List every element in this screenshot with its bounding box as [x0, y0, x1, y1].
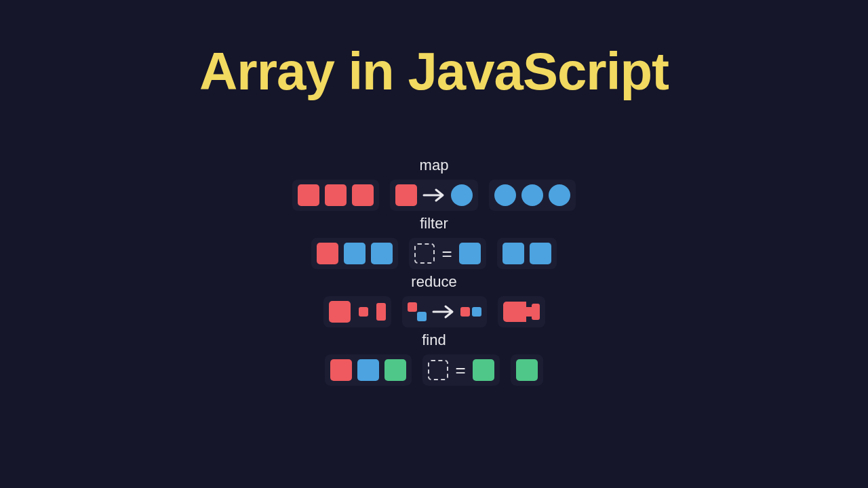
page-title: Array in JavaScript	[0, 0, 868, 102]
reduce-label: reduce	[411, 273, 456, 291]
find-predicate: =	[422, 354, 499, 386]
placeholder-icon	[428, 360, 448, 380]
reduce-transform	[402, 296, 487, 327]
combined-shape-icon	[503, 302, 540, 322]
map-output	[489, 180, 576, 211]
placeholder-icon	[414, 243, 435, 264]
rect-tall-icon	[376, 303, 386, 321]
arrow-right-icon	[432, 304, 455, 320]
square-small-icon	[472, 307, 481, 317]
square-icon	[384, 359, 406, 381]
find-row: =	[325, 354, 542, 386]
find-label: find	[422, 331, 446, 349]
filter-row: =	[311, 238, 556, 269]
find-input	[325, 354, 412, 386]
filter-input	[311, 238, 398, 269]
arrow-right-icon	[422, 187, 446, 203]
square-icon	[516, 359, 538, 381]
map-row	[292, 180, 576, 211]
pair-inline-icon	[460, 307, 481, 317]
circle-icon	[494, 184, 516, 206]
square-icon	[330, 359, 352, 381]
reduce-row	[323, 296, 545, 327]
equals-icon: =	[454, 360, 467, 381]
circle-icon	[521, 184, 543, 206]
filter-predicate: =	[409, 238, 486, 269]
square-small-icon	[460, 307, 470, 317]
filter-label: filter	[420, 215, 448, 232]
map-input	[292, 180, 379, 211]
square-icon	[371, 243, 393, 264]
square-icon	[317, 243, 338, 264]
map-label: map	[420, 157, 449, 174]
square-icon	[357, 359, 379, 381]
square-icon	[473, 359, 494, 381]
filter-output	[497, 238, 557, 269]
circle-icon	[451, 184, 473, 206]
pair-icon	[408, 302, 427, 321]
square-icon	[329, 301, 351, 323]
square-icon	[352, 184, 374, 206]
square-icon	[502, 243, 524, 264]
array-methods-diagram: map filter =	[278, 157, 590, 386]
circle-icon	[549, 184, 570, 206]
map-transform	[390, 180, 478, 211]
square-icon	[325, 184, 347, 206]
square-icon	[530, 243, 551, 264]
reduce-output	[498, 296, 545, 327]
square-icon	[298, 184, 319, 206]
square-icon	[395, 184, 417, 206]
equals-icon: =	[440, 243, 453, 264]
square-icon	[459, 243, 481, 264]
find-output	[511, 354, 543, 386]
square-icon	[344, 243, 366, 264]
square-small-icon	[359, 307, 368, 317]
reduce-input	[323, 296, 391, 327]
